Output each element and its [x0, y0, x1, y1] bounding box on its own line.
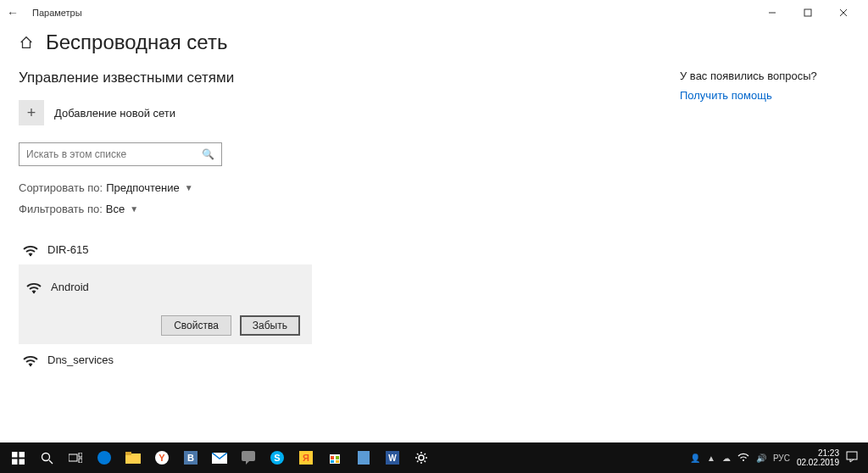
search-input[interactable]	[26, 148, 202, 160]
edge-icon[interactable]	[90, 445, 119, 470]
svg-rect-8	[19, 452, 25, 458]
tray-chevron-up-icon[interactable]: ▲	[707, 454, 715, 463]
back-button[interactable]: ←	[7, 6, 19, 19]
network-name: Dns_services	[47, 353, 114, 366]
system-tray[interactable]: 👤 ▲ ☁ 🔊 РУС 21:23 02.02.2019	[690, 448, 865, 467]
svg-point-37	[419, 455, 424, 460]
help-sidebar: У вас появились вопросы? Получить помощь	[680, 70, 817, 375]
wifi-icon	[22, 351, 39, 368]
svg-point-6	[30, 364, 31, 366]
search-button[interactable]	[32, 445, 61, 470]
tray-wifi-icon[interactable]	[737, 452, 749, 464]
tray-date: 02.02.2019	[797, 458, 839, 467]
app-icon[interactable]: Y	[147, 445, 176, 470]
svg-point-4	[30, 254, 31, 256]
svg-point-38	[743, 459, 744, 461]
tray-time: 21:23	[797, 448, 839, 458]
tray-lang[interactable]: РУС	[773, 454, 790, 463]
sort-dropdown[interactable]: Сортировать по: Предпочтение ▼	[19, 181, 561, 194]
titlebar: ← Параметры	[0, 0, 868, 25]
close-button[interactable]	[826, 1, 861, 25]
svg-text:B: B	[187, 453, 194, 463]
window-title: Параметры	[32, 8, 82, 18]
svg-rect-13	[69, 454, 77, 461]
chevron-down-icon: ▼	[130, 204, 138, 214]
svg-rect-18	[125, 452, 131, 455]
mail-icon[interactable]	[205, 445, 234, 470]
tray-cloud-icon[interactable]: ☁	[722, 454, 731, 463]
add-network-row[interactable]: + Добавление новой сети	[19, 100, 561, 125]
help-link[interactable]: Получить помощь	[680, 89, 817, 102]
word-icon[interactable]: W	[378, 445, 407, 470]
svg-rect-31	[336, 456, 339, 459]
sort-value: Предпочтение	[106, 181, 180, 194]
section-subtitle: Управление известными сетями	[19, 70, 561, 86]
svg-point-5	[33, 292, 35, 293]
chat-icon[interactable]	[234, 445, 263, 470]
svg-point-16	[97, 451, 111, 465]
svg-text:W: W	[388, 454, 397, 463]
help-question: У вас появились вопросы?	[680, 70, 817, 82]
filter-dropdown[interactable]: Фильтровать по: Все ▼	[19, 203, 561, 215]
svg-rect-15	[79, 459, 82, 463]
main-panel: Управление известными сетями + Добавлени…	[19, 70, 561, 375]
maximize-button[interactable]	[790, 1, 826, 25]
svg-line-12	[49, 460, 53, 464]
taskbar[interactable]: Y B S Я W 👤 ▲ ☁ 🔊 РУС 21:23 02.02.2019	[0, 442, 868, 473]
svg-rect-39	[847, 452, 857, 459]
network-item-selected[interactable]: Android Свойства Забыть	[19, 264, 312, 344]
svg-point-11	[42, 453, 49, 460]
app-icon[interactable]	[349, 445, 378, 470]
svg-text:Я: Я	[303, 453, 309, 463]
settings-icon[interactable]	[407, 445, 436, 470]
plus-icon[interactable]: +	[19, 100, 44, 125]
svg-rect-30	[331, 456, 334, 459]
svg-rect-10	[19, 459, 25, 465]
tray-volume-icon[interactable]: 🔊	[756, 454, 766, 463]
svg-rect-14	[79, 453, 82, 457]
svg-rect-7	[12, 452, 18, 458]
store-icon[interactable]	[320, 445, 349, 470]
skype-icon[interactable]: S	[263, 445, 292, 470]
page-header: Беспроводная сеть	[0, 25, 868, 70]
search-box[interactable]: 🔍	[19, 142, 222, 166]
properties-button[interactable]: Свойства	[161, 315, 231, 336]
wifi-icon	[22, 241, 39, 258]
home-icon[interactable]	[19, 35, 34, 50]
svg-text:Y: Y	[159, 453, 165, 463]
svg-rect-9	[12, 459, 18, 465]
start-button[interactable]	[3, 445, 32, 470]
notifications-icon[interactable]	[846, 451, 858, 465]
filter-label: Фильтровать по:	[19, 203, 103, 215]
network-item[interactable]: DIR-615	[19, 234, 561, 264]
add-network-label: Добавление новой сети	[54, 107, 175, 120]
chevron-down-icon: ▼	[185, 183, 193, 192]
page-title: Беспроводная сеть	[46, 31, 227, 54]
wifi-icon	[25, 278, 42, 295]
app-icon[interactable]: Я	[292, 445, 320, 470]
tray-clock[interactable]: 21:23 02.02.2019	[797, 448, 839, 467]
svg-rect-32	[331, 460, 334, 463]
network-name: Android	[51, 281, 89, 293]
taskview-button[interactable]	[61, 445, 90, 470]
forget-button[interactable]: Забыть	[240, 315, 300, 336]
tray-people-icon[interactable]: 👤	[690, 454, 700, 463]
explorer-icon[interactable]	[119, 445, 147, 470]
filter-value: Все	[106, 203, 125, 215]
svg-rect-33	[336, 460, 339, 463]
svg-rect-1	[804, 9, 811, 16]
svg-rect-34	[358, 451, 370, 465]
network-item[interactable]: Dns_services	[19, 344, 561, 375]
network-name: DIR-615	[47, 243, 88, 256]
search-icon: 🔍	[202, 148, 214, 160]
svg-rect-24	[242, 451, 255, 461]
svg-text:S: S	[274, 453, 280, 463]
minimize-button[interactable]	[754, 1, 790, 25]
sort-label: Сортировать по:	[19, 181, 103, 194]
app-icon[interactable]: B	[176, 445, 205, 470]
